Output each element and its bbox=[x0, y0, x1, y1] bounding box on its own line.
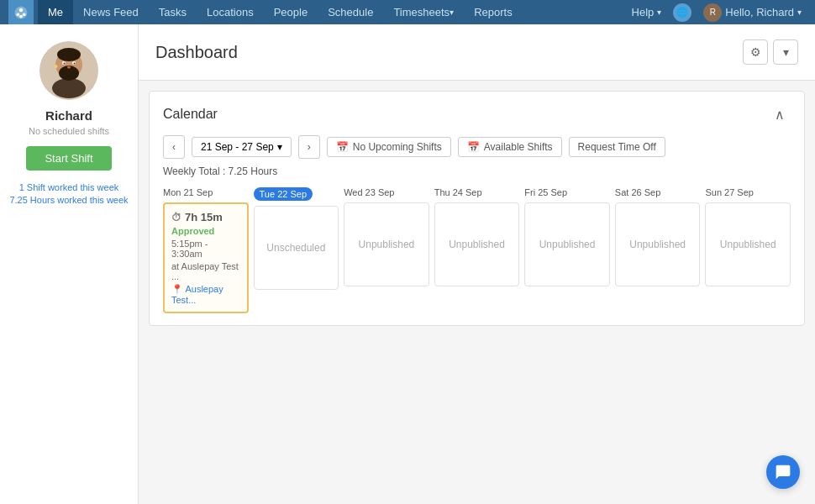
day-header-tue: Tue 22 Sep bbox=[254, 187, 339, 201]
day-col-fri: Fri 25 Sep Unpublished bbox=[524, 187, 610, 313]
request-off-label: Request Time Off bbox=[578, 141, 656, 153]
next-week-button[interactable]: › bbox=[298, 135, 320, 159]
globe-icon[interactable]: 🌐 bbox=[673, 3, 691, 22]
day-card-fri[interactable]: Unpublished bbox=[524, 202, 610, 286]
shift-duration: ⏱ 7h 15m bbox=[171, 211, 223, 223]
nav-item-locations[interactable]: Locations bbox=[197, 0, 264, 24]
dashboard-header: Dashboard ⚙ ▾ bbox=[139, 24, 815, 81]
nav-item-me[interactable]: Me bbox=[38, 0, 73, 24]
start-shift-button[interactable]: Start Shift bbox=[26, 146, 111, 171]
unscheduled-label: Unscheduled bbox=[266, 242, 325, 254]
nav-right: Help ▾ 🌐 R Hello, Richard ▾ bbox=[627, 3, 807, 22]
day-card-sun[interactable]: Unpublished bbox=[705, 202, 791, 286]
collapse-button[interactable]: ∧ bbox=[769, 103, 791, 125]
unpublished-label-thu: Unpublished bbox=[449, 239, 505, 250]
calendar-header: Calendar ∧ bbox=[163, 103, 791, 125]
shift-time: 5:15pm - 3:30am bbox=[171, 239, 240, 259]
svg-point-3 bbox=[23, 13, 26, 16]
day-col-sat: Sat 26 Sep Unpublished bbox=[615, 187, 701, 313]
user-avatar-small: R bbox=[703, 3, 722, 22]
sidebar-stat-hours[interactable]: 7.25 Hours worked this week bbox=[9, 195, 128, 205]
nav-item-tasks[interactable]: Tasks bbox=[149, 0, 197, 24]
page-title: Dashboard bbox=[155, 43, 238, 62]
day-header-thu: Thu 24 Sep bbox=[434, 187, 520, 197]
hello-label: Hello, Richard bbox=[725, 6, 794, 18]
unpublished-label-fri: Unpublished bbox=[539, 239, 596, 250]
available-label: Available Shifts bbox=[484, 141, 553, 153]
day-col-wed: Wed 23 Sep Unpublished bbox=[344, 187, 429, 313]
day-header-sun: Sun 27 Sep bbox=[705, 187, 791, 197]
nav-item-people[interactable]: People bbox=[264, 0, 318, 24]
day-header-fri: Fri 25 Sep bbox=[524, 187, 610, 197]
day-header-sat: Sat 26 Sep bbox=[615, 187, 701, 197]
day-col-sun: Sun 27 Sep Unpublished bbox=[705, 187, 791, 313]
day-grid: Mon 21 Sep ⏱ 7h 15m Approved 5:15pm - 3:… bbox=[163, 187, 791, 313]
unpublished-label-wed: Unpublished bbox=[359, 239, 415, 250]
day-col-mon: Mon 21 Sep ⏱ 7h 15m Approved 5:15pm - 3:… bbox=[163, 187, 249, 313]
sidebar-username: Richard bbox=[45, 108, 92, 123]
help-label: Help bbox=[632, 6, 655, 18]
svg-point-4 bbox=[19, 14, 23, 18]
nav-item-schedule[interactable]: Schedule bbox=[318, 0, 383, 24]
clock-icon: ⏱ bbox=[171, 212, 181, 223]
user-arrow-icon: ▾ bbox=[797, 8, 802, 17]
nav-item-newsfeed[interactable]: News Feed bbox=[73, 0, 149, 24]
prev-week-button[interactable]: ‹ bbox=[163, 135, 185, 159]
day-header-mon: Mon 21 Sep bbox=[163, 187, 249, 197]
user-avatar bbox=[39, 41, 98, 100]
top-nav: Me News Feed Tasks Locations People Sche… bbox=[0, 0, 815, 24]
calendar-title: Calendar bbox=[163, 107, 218, 122]
help-arrow-icon: ▾ bbox=[657, 8, 661, 17]
sidebar-stat-shifts[interactable]: 1 Shift worked this week bbox=[19, 182, 119, 192]
main-layout: Richard No scheduled shifts Start Shift … bbox=[0, 24, 815, 504]
svg-point-13 bbox=[74, 63, 76, 65]
unpublished-label-sun: Unpublished bbox=[720, 239, 776, 250]
shift-card-mon[interactable]: ⏱ 7h 15m Approved 5:15pm - 3:30am at Aus… bbox=[163, 202, 249, 313]
svg-point-6 bbox=[52, 78, 86, 98]
nav-item-timesheets[interactable]: Timesheets bbox=[383, 0, 464, 24]
calendar-controls: ‹ 21 Sep - 27 Sep ▾ › 📅 No Upcoming Shif… bbox=[163, 135, 791, 159]
dropdown-icon-btn[interactable]: ▾ bbox=[773, 39, 798, 65]
no-upcoming-label: No Upcoming Shifts bbox=[353, 141, 442, 153]
svg-point-12 bbox=[64, 63, 66, 65]
help-menu[interactable]: Help ▾ bbox=[627, 6, 667, 18]
date-range-arrow-icon: ▾ bbox=[277, 141, 282, 153]
day-col-thu: Thu 24 Sep Unpublished bbox=[434, 187, 520, 313]
sidebar: Richard No scheduled shifts Start Shift … bbox=[0, 24, 139, 504]
nav-left: Me News Feed Tasks Locations People Sche… bbox=[8, 0, 523, 24]
settings-icon-btn[interactable]: ⚙ bbox=[743, 39, 768, 65]
shift-status: Approved bbox=[171, 226, 214, 236]
chat-bubble-button[interactable] bbox=[766, 455, 800, 489]
svg-point-2 bbox=[16, 13, 19, 16]
today-badge: Tue 22 Sep bbox=[254, 187, 313, 201]
weekly-total: Weekly Total : 7.25 Hours bbox=[163, 165, 791, 177]
svg-point-15 bbox=[55, 65, 58, 68]
main-content: Dashboard ⚙ ▾ Calendar ∧ ‹ 21 Sep - 27 S… bbox=[139, 24, 815, 504]
date-range-label: 21 Sep - 27 Sep bbox=[201, 141, 274, 153]
available-shifts-button[interactable]: 📅 Available Shifts bbox=[458, 137, 562, 157]
request-time-off-button[interactable]: Request Time Off bbox=[569, 137, 665, 157]
day-card-thu[interactable]: Unpublished bbox=[434, 202, 520, 286]
svg-point-9 bbox=[57, 48, 81, 61]
day-card-wed[interactable]: Unpublished bbox=[344, 202, 429, 286]
day-card-sat[interactable]: Unpublished bbox=[615, 202, 701, 286]
shift-at: at Auslepay Test ... bbox=[171, 261, 240, 281]
date-range-button[interactable]: 21 Sep - 27 Sep ▾ bbox=[192, 137, 292, 157]
unpublished-label-sat: Unpublished bbox=[629, 239, 686, 250]
day-card-tue[interactable]: Unscheduled bbox=[254, 206, 339, 290]
pin-icon: 📍 bbox=[171, 284, 183, 294]
calendar-section: Calendar ∧ ‹ 21 Sep - 27 Sep ▾ › 📅 No Up… bbox=[149, 91, 805, 326]
svg-point-14 bbox=[67, 66, 71, 69]
no-upcoming-shifts-button[interactable]: 📅 No Upcoming Shifts bbox=[327, 137, 451, 157]
shift-location[interactable]: 📍 Auslepay Test... bbox=[171, 284, 240, 305]
day-header-wed: Wed 23 Sep bbox=[344, 187, 429, 197]
user-menu[interactable]: R Hello, Richard ▾ bbox=[698, 3, 807, 22]
available-icon: 📅 bbox=[467, 141, 480, 153]
sidebar-status: No scheduled shifts bbox=[29, 126, 109, 136]
calendar-icon: 📅 bbox=[336, 141, 349, 153]
nav-item-reports[interactable]: Reports bbox=[464, 0, 523, 24]
svg-point-1 bbox=[19, 8, 24, 12]
day-col-tue: Tue 22 Sep Unscheduled bbox=[254, 187, 339, 313]
nav-logo[interactable] bbox=[8, 0, 34, 24]
dashboard-actions: ⚙ ▾ bbox=[743, 39, 798, 65]
